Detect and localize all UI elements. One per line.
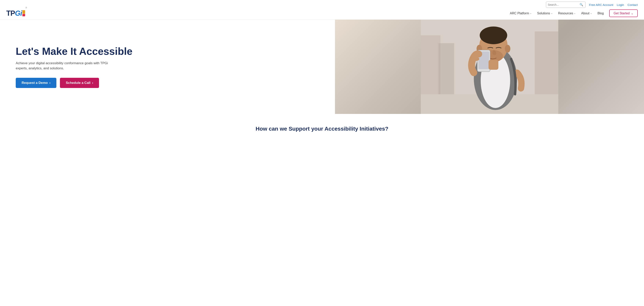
chevron-down-icon: ⌄	[574, 12, 576, 14]
svg-rect-3	[534, 32, 558, 94]
nav-item-get-started[interactable]: Get Started ⌄	[609, 10, 638, 17]
resources-link[interactable]: Resources ⌄	[558, 12, 576, 15]
logo-text-tp: TPGi	[6, 10, 22, 17]
top-bar: 🔍 Free ARC Account Login Contact	[0, 0, 644, 10]
svg-rect-2	[438, 43, 454, 94]
chevron-down-icon: ⌄	[530, 12, 532, 14]
hero-subtitle: Achieve your digital accessibility confo…	[16, 61, 118, 71]
hero-right	[335, 20, 644, 114]
search-wrapper: 🔍	[546, 2, 586, 8]
chevron-down-icon: ⌄	[551, 12, 553, 14]
main-nav: TPGi ® ARC Platform ⌄ Solutions ⌄ Resour…	[0, 10, 644, 20]
schedule-call-button[interactable]: Schedule a Call ›	[60, 78, 99, 88]
about-link[interactable]: About ⌄	[581, 12, 592, 15]
arrow-right-icon: ›	[92, 81, 93, 85]
free-arc-link[interactable]: Free ARC Account	[589, 3, 613, 6]
logo-trademark: ®	[26, 7, 27, 9]
chevron-down-icon: ⌄	[590, 12, 592, 14]
arrow-right-icon: ›	[49, 81, 50, 85]
nav-item-about[interactable]: About ⌄	[581, 12, 592, 15]
get-started-button[interactable]: Get Started ⌄	[609, 10, 638, 17]
blog-link[interactable]: Blog	[598, 12, 604, 15]
support-title: How can we Support your Accessibility In…	[6, 126, 638, 132]
solutions-link[interactable]: Solutions ⌄	[537, 12, 553, 15]
request-demo-button[interactable]: Request a Demo ›	[16, 78, 56, 88]
logo-icon	[22, 10, 25, 16]
chevron-down-icon: ⌄	[631, 12, 634, 15]
svg-point-14	[473, 57, 479, 61]
hero-image	[335, 20, 644, 114]
hero-section: Let's Make It Accessible Achieve your di…	[0, 20, 644, 114]
arc-platform-link[interactable]: ARC Platform ⌄	[510, 12, 532, 15]
contact-link[interactable]: Contact	[628, 3, 638, 6]
svg-rect-1	[420, 35, 440, 94]
hero-illustration	[335, 20, 644, 114]
nav-item-resources[interactable]: Resources ⌄	[558, 12, 576, 15]
nav-links: ARC Platform ⌄ Solutions ⌄ Resources ⌄ A…	[510, 10, 638, 17]
hero-buttons: Request a Demo › Schedule a Call ›	[16, 78, 323, 88]
search-input[interactable]	[546, 2, 578, 8]
logo[interactable]: TPGi ®	[6, 10, 27, 17]
hero-left: Let's Make It Accessible Achieve your di…	[0, 20, 335, 114]
nav-item-solutions[interactable]: Solutions ⌄	[537, 12, 553, 15]
search-button[interactable]: 🔍	[578, 2, 585, 8]
hero-title: Let's Make It Accessible	[16, 46, 323, 57]
svg-rect-15	[488, 60, 498, 70]
nav-item-blog[interactable]: Blog	[598, 12, 604, 15]
nav-item-arc-platform[interactable]: ARC Platform ⌄	[510, 12, 532, 15]
support-section: How can we Support your Accessibility In…	[0, 114, 644, 140]
svg-point-10	[505, 45, 510, 53]
login-link[interactable]: Login	[617, 3, 624, 6]
svg-point-8	[480, 26, 507, 44]
search-icon: 🔍	[580, 3, 583, 6]
